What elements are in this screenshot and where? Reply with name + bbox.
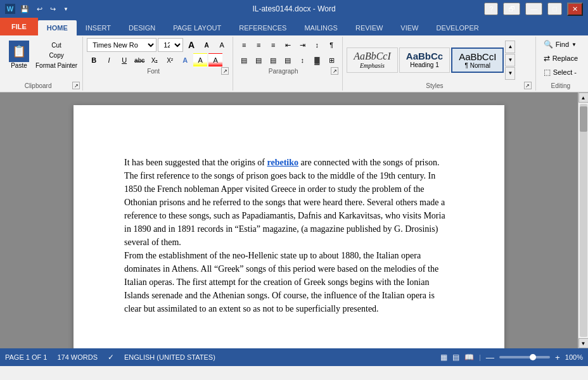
align-center-button[interactable]: ▤ bbox=[252, 53, 265, 67]
font-size-select[interactable]: 12 bbox=[158, 38, 183, 52]
clear-format-button[interactable]: A bbox=[215, 38, 229, 52]
normal-label: ¶ Normal bbox=[459, 62, 496, 69]
justify-button[interactable]: ▤ bbox=[281, 53, 295, 67]
restore-button[interactable]: 🗗 bbox=[503, 3, 520, 15]
editing-group-bottom: Editing bbox=[540, 82, 582, 89]
styles-expand-btn[interactable]: ▼ bbox=[505, 67, 515, 80]
paste-label: Paste bbox=[11, 62, 27, 69]
align-left-button[interactable]: ▤ bbox=[237, 53, 251, 67]
tab-developer[interactable]: DEVELOPER bbox=[427, 20, 487, 35]
bold-button[interactable]: B bbox=[87, 53, 101, 67]
style-emphasis[interactable]: AaBbCcI Emphasis bbox=[347, 48, 398, 73]
tab-file[interactable]: FILE bbox=[0, 18, 38, 35]
scroll-down-button[interactable]: ▼ bbox=[578, 338, 589, 348]
zoom-out-btn[interactable]: — bbox=[486, 353, 494, 362]
bullets-button[interactable]: ≡ bbox=[237, 38, 251, 52]
tab-home[interactable]: HOME bbox=[38, 20, 77, 35]
cut-button[interactable]: Cut bbox=[33, 41, 80, 50]
scroll-up-button[interactable]: ▲ bbox=[578, 92, 589, 103]
para1-text: It has been suggested that the origins o… bbox=[124, 158, 265, 167]
tab-review[interactable]: REVIEW bbox=[347, 20, 392, 35]
paragraph-1: It has been suggested that the origins o… bbox=[124, 156, 454, 249]
heading-preview: AaBbCc bbox=[406, 51, 443, 61]
tab-insert[interactable]: INSERT bbox=[77, 20, 120, 35]
app-icon: W bbox=[5, 4, 15, 14]
styles-expand[interactable]: ↗ bbox=[524, 82, 532, 89]
paragraph-label: Paragraph bbox=[237, 68, 329, 75]
rebetiko-link[interactable]: rebetiko bbox=[267, 158, 299, 167]
replace-button[interactable]: ⇄ Replace bbox=[540, 52, 582, 65]
style-normal[interactable]: AaBbCcI ¶ Normal bbox=[451, 48, 504, 73]
copy-button[interactable]: Copy bbox=[33, 51, 80, 60]
font-expand[interactable]: ↗ bbox=[221, 67, 229, 75]
line-spacing-button[interactable]: ↕ bbox=[295, 53, 309, 67]
clipboard-content: 📋 Paste Cut Copy Format Painter bbox=[5, 38, 80, 82]
close-button[interactable]: ✕ bbox=[567, 3, 583, 16]
style-samples: AaBbCcI Emphasis AaBbCc Heading 1 AaBbCc… bbox=[347, 48, 504, 73]
quick-access-dropdown[interactable]: ▼ bbox=[61, 5, 71, 13]
style-heading[interactable]: AaBbCc Heading 1 bbox=[399, 48, 450, 73]
shrink-font-button[interactable]: A bbox=[200, 38, 214, 52]
view-web-btn[interactable]: ▤ bbox=[452, 353, 459, 362]
highlight-button[interactable]: A bbox=[193, 53, 207, 67]
multilevel-button[interactable]: ≡ bbox=[266, 38, 280, 52]
title-bar-controls: ? 🗗 — □ ✕ bbox=[484, 3, 583, 16]
grow-font-button[interactable]: A bbox=[184, 38, 198, 52]
align-right-button[interactable]: ▤ bbox=[266, 53, 280, 67]
zoom-in-btn[interactable]: + bbox=[555, 353, 560, 362]
save-quick-btn[interactable]: 💾 bbox=[18, 4, 32, 15]
font-group: Times New Ro 12 A A A B I U abc X₂ X² A … bbox=[83, 37, 233, 91]
scroll-track[interactable] bbox=[580, 104, 587, 337]
clipboard-expand[interactable]: ↗ bbox=[72, 82, 80, 89]
word-count: 174 WORDS bbox=[57, 353, 98, 361]
tab-view[interactable]: VIEW bbox=[392, 20, 427, 35]
styles-scroll-up[interactable]: ▲ bbox=[505, 41, 515, 53]
vertical-scrollbar[interactable]: ▲ ▼ bbox=[578, 92, 588, 348]
document-page[interactable]: It has been suggested that the origins o… bbox=[74, 105, 504, 348]
font-name-select[interactable]: Times New Ro bbox=[87, 38, 157, 52]
clipboard-label: Clipboard bbox=[5, 82, 71, 89]
shading-button[interactable]: ▓ bbox=[310, 53, 324, 67]
underline-button[interactable]: U bbox=[117, 53, 131, 67]
scroll-thumb[interactable] bbox=[580, 106, 587, 132]
borders-button[interactable]: ⊞ bbox=[324, 53, 338, 67]
redo-quick-btn[interactable]: ↪ bbox=[48, 4, 58, 15]
emphasis-label: Emphasis bbox=[354, 62, 391, 69]
increase-indent-button[interactable]: ⇥ bbox=[295, 38, 309, 52]
tab-mailings[interactable]: MAILINGS bbox=[295, 20, 347, 35]
paragraph-expand[interactable]: ↗ bbox=[331, 67, 338, 75]
styles-scroll-down[interactable]: ▼ bbox=[505, 54, 515, 66]
sort-button[interactable]: ↕ bbox=[310, 38, 324, 52]
tab-pagelayout[interactable]: PAGE LAYOUT bbox=[164, 20, 230, 35]
minimize-button[interactable]: — bbox=[525, 3, 542, 15]
help-button[interactable]: ? bbox=[484, 3, 498, 15]
italic-button[interactable]: I bbox=[102, 53, 116, 67]
find-button[interactable]: 🔍 Find ▼ bbox=[540, 38, 582, 51]
undo-quick-btn[interactable]: ↩ bbox=[34, 4, 45, 15]
select-button[interactable]: ⬚ Select - bbox=[540, 66, 582, 79]
para-row1: ≡ ≡ ≡ ⇤ ⇥ ↕ ¶ bbox=[237, 38, 338, 52]
text-effects-button[interactable]: A bbox=[178, 53, 192, 67]
show-hide-button[interactable]: ¶ bbox=[324, 38, 338, 52]
ribbon-tabs: FILE HOME INSERT DESIGN PAGE LAYOUT REFE… bbox=[0, 18, 588, 35]
maximize-button[interactable]: □ bbox=[547, 3, 562, 15]
strikethrough-button[interactable]: abc bbox=[132, 53, 146, 67]
tab-design[interactable]: DESIGN bbox=[120, 20, 164, 35]
document-scroll[interactable]: It has been suggested that the origins o… bbox=[0, 92, 578, 348]
superscript-button[interactable]: X² bbox=[163, 53, 177, 67]
zoom-thumb[interactable] bbox=[530, 354, 536, 360]
status-bar: PAGE 1 OF 1 174 WORDS ✓ ENGLISH (UNITED … bbox=[0, 348, 588, 366]
font-color-button[interactable]: A bbox=[208, 53, 222, 67]
decrease-indent-button[interactable]: ⇤ bbox=[281, 38, 295, 52]
title-bar: W 💾 ↩ ↪ ▼ IL-ates0144.docx - Word ? 🗗 — … bbox=[0, 0, 588, 18]
numbering-button[interactable]: ≡ bbox=[252, 38, 265, 52]
zoom-slider[interactable] bbox=[499, 356, 550, 358]
paste-button[interactable]: 📋 Paste bbox=[5, 38, 33, 72]
tab-references[interactable]: REFERENCES bbox=[230, 20, 295, 35]
document-area: It has been suggested that the origins o… bbox=[0, 92, 588, 348]
format-painter-button[interactable]: Format Painter bbox=[33, 61, 80, 70]
emphasis-preview: AaBbCcI bbox=[354, 51, 391, 62]
subscript-button[interactable]: X₂ bbox=[148, 53, 162, 67]
view-read-btn[interactable]: 📖 bbox=[464, 353, 474, 362]
view-print-btn[interactable]: ▦ bbox=[440, 353, 447, 362]
